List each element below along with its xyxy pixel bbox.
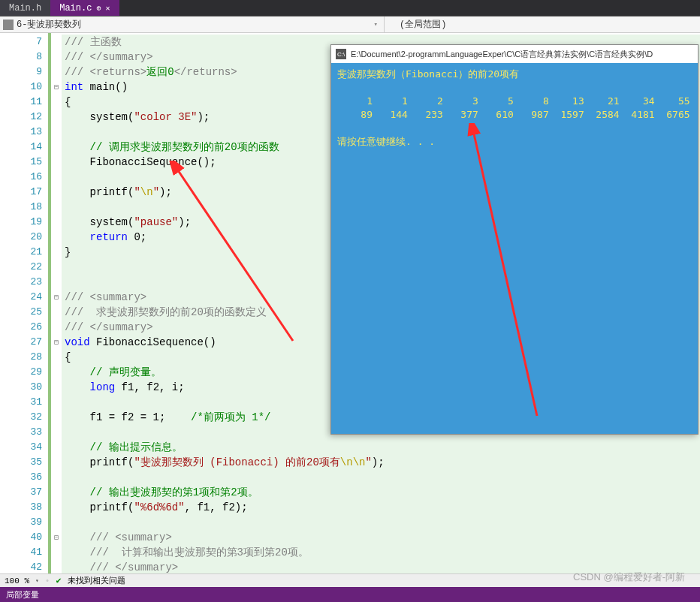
status-text: 局部变量	[6, 589, 39, 600]
line-number: 29	[0, 365, 42, 380]
line-number: 36	[0, 470, 42, 485]
code-line[interactable]: // 输出提示信息。	[62, 440, 700, 455]
line-number: 8	[0, 50, 42, 65]
separator: •	[45, 576, 50, 585]
fold-toggle	[51, 260, 62, 275]
navigation-bar: 6-斐波那契数列 ▾ (全局范围)	[0, 17, 700, 33]
line-number: 28	[0, 350, 42, 365]
fold-toggle	[51, 170, 62, 185]
line-number: 10	[0, 80, 42, 95]
fold-toggle	[51, 110, 62, 125]
line-number: 15	[0, 155, 42, 170]
fold-toggle	[51, 455, 62, 470]
code-line[interactable]: printf("%6d%6d", f1, f2);	[62, 500, 700, 515]
fold-toggle[interactable]: ⊟	[51, 335, 62, 350]
fold-toggle	[51, 305, 62, 320]
fold-toggle	[51, 470, 62, 485]
line-number: 26	[0, 320, 42, 335]
console-body: 斐波那契数列（Fibonacci）的前20项有 1 1 2 3 5 8 13 2…	[331, 63, 698, 153]
tab-label: Main.c	[59, 3, 92, 14]
issues-status: 未找到相关问题	[68, 575, 125, 586]
scope-label: (全局范围)	[400, 20, 446, 30]
code-line[interactable]: printf("斐波那契数列 (Fibonacci) 的前20项有\n\n");	[62, 455, 700, 470]
console-title-text: E:\Document\2-programmLanguageExper\C\C语…	[351, 49, 653, 60]
code-line[interactable]: // 输出斐波那契的第1项和第2项。	[62, 485, 700, 500]
fold-toggle	[51, 320, 62, 335]
nav-project[interactable]: 6-斐波那契数列 ▾	[0, 18, 384, 31]
line-number: 11	[0, 95, 42, 110]
line-number: 21	[0, 245, 42, 260]
fold-toggle[interactable]: ⊟	[51, 80, 62, 95]
line-number: 22	[0, 260, 42, 275]
console-header: 斐波那契数列（Fibonacci）的前20项有	[337, 68, 692, 81]
line-number: 30	[0, 380, 42, 395]
fold-toggle	[51, 50, 62, 65]
close-icon[interactable]: ✕	[105, 4, 110, 13]
fold-column: ⊟⊟⊟⊟	[51, 33, 62, 582]
code-line[interactable]	[62, 470, 700, 485]
line-number: 33	[0, 425, 42, 440]
fold-toggle	[51, 560, 62, 575]
console-prompt: 请按任意键继续. . .	[337, 135, 692, 149]
fold-toggle	[51, 440, 62, 455]
fold-toggle	[51, 245, 62, 260]
line-number: 41	[0, 545, 42, 560]
zoom-dropdown-icon[interactable]: ▾	[35, 577, 39, 584]
line-number: 17	[0, 185, 42, 200]
line-number: 24	[0, 290, 42, 305]
line-number: 12	[0, 110, 42, 125]
status-bar: 局部变量	[0, 587, 700, 602]
line-number: 25	[0, 305, 42, 320]
line-number: 19	[0, 215, 42, 230]
line-number: 34	[0, 440, 42, 455]
console-blank	[337, 122, 692, 135]
fold-toggle	[51, 125, 62, 140]
pin-icon[interactable]: ⊕	[96, 4, 101, 13]
fold-toggle	[51, 350, 62, 365]
chevron-down-icon[interactable]: ▾	[374, 20, 384, 29]
fold-toggle	[51, 230, 62, 245]
fold-toggle	[51, 515, 62, 530]
line-number: 18	[0, 200, 42, 215]
check-icon: ✔	[56, 575, 61, 586]
console-data-row: 1 1 2 3 5 8 13 21 34 55	[337, 95, 692, 108]
project-icon	[3, 20, 14, 30]
fold-toggle	[51, 140, 62, 155]
fold-toggle[interactable]: ⊟	[51, 290, 62, 305]
console-icon: C:\	[336, 49, 346, 59]
line-number: 16	[0, 170, 42, 185]
nav-scope[interactable]: (全局范围)	[385, 18, 700, 31]
tab-main-h[interactable]: Main.h	[0, 0, 50, 16]
fold-toggle	[51, 395, 62, 410]
tab-bar: Main.h Main.c ⊕ ✕	[0, 0, 700, 17]
line-number: 31	[0, 395, 42, 410]
line-number: 42	[0, 560, 42, 575]
code-line[interactable]: /// <summary>	[62, 530, 700, 545]
fold-toggle	[51, 425, 62, 440]
fold-toggle	[51, 365, 62, 380]
fold-toggle	[51, 185, 62, 200]
line-number: 9	[0, 65, 42, 80]
line-number: 35	[0, 455, 42, 470]
zoom-level[interactable]: 100 %	[5, 576, 29, 585]
watermark: CSDN @编程爱好者-阿新	[573, 570, 685, 584]
code-line[interactable]	[62, 515, 700, 530]
line-number: 20	[0, 230, 42, 245]
code-line[interactable]: /// 计算和输出斐波那契的第3项到第20项。	[62, 545, 700, 560]
line-number: 40	[0, 530, 42, 545]
fold-toggle	[51, 500, 62, 515]
line-number-gutter: 7891011121314151617181920212223242526272…	[0, 33, 51, 582]
fold-toggle	[51, 35, 62, 50]
fold-toggle	[51, 155, 62, 170]
line-number: 32	[0, 410, 42, 425]
fold-toggle	[51, 215, 62, 230]
console-titlebar[interactable]: C:\ E:\Document\2-programmLanguageExper\…	[331, 45, 698, 63]
fold-toggle	[51, 275, 62, 290]
fold-toggle[interactable]: ⊟	[51, 530, 62, 545]
line-number: 14	[0, 140, 42, 155]
line-number: 23	[0, 275, 42, 290]
tab-main-c[interactable]: Main.c ⊕ ✕	[50, 0, 119, 16]
line-number: 7	[0, 35, 42, 50]
console-blank	[337, 81, 692, 95]
console-window: C:\ E:\Document\2-programmLanguageExper\…	[330, 44, 698, 435]
